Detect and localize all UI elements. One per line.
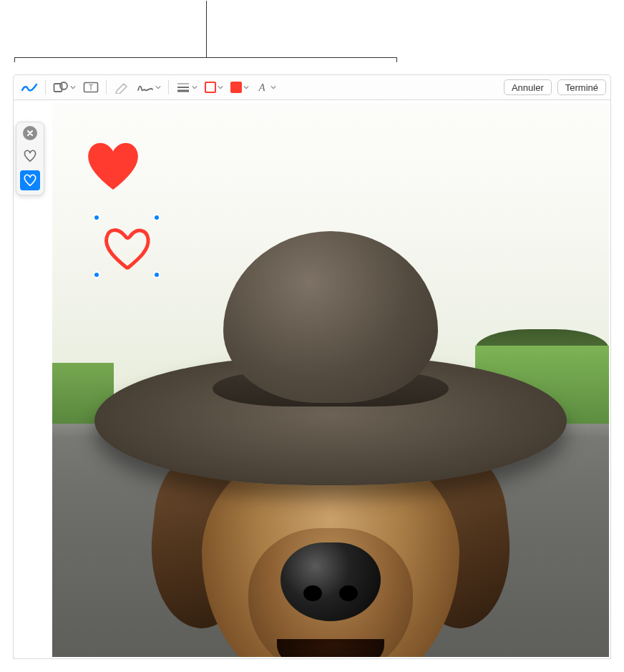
palette-option-heart-outline[interactable]	[20, 146, 40, 166]
callout-bracket	[14, 57, 397, 73]
signature-tool-button[interactable]	[134, 78, 164, 97]
border-color-button[interactable]	[202, 78, 226, 97]
canvas-frame	[13, 100, 611, 659]
sketch-suggestion-palette	[16, 122, 44, 195]
heart-shape-annotation[interactable]	[81, 137, 145, 195]
markup-toolbar: T A Annuler Termi	[13, 74, 611, 100]
svg-text:T: T	[89, 84, 93, 92]
toolbar-separator	[168, 80, 169, 94]
image-canvas[interactable]	[52, 102, 609, 657]
done-button[interactable]: Terminé	[557, 79, 606, 95]
line-style-button[interactable]	[173, 78, 200, 97]
highlight-tool-button[interactable]	[111, 78, 132, 97]
border-color-swatch	[205, 82, 216, 93]
sketch-tool-button[interactable]	[18, 78, 41, 97]
palette-option-heart-filled[interactable]	[20, 170, 40, 190]
shapes-tool-button[interactable]	[50, 78, 79, 97]
callout-stem	[206, 1, 207, 58]
toolbar-separator	[106, 80, 107, 94]
text-tool-button[interactable]: T	[80, 78, 102, 97]
cancel-button[interactable]: Annuler	[504, 79, 552, 95]
toolbar-separator	[45, 80, 46, 94]
fill-color-swatch	[230, 82, 242, 93]
sketch-heart-annotation[interactable]	[97, 218, 157, 275]
svg-text:A: A	[258, 82, 265, 93]
svg-point-1	[60, 82, 67, 89]
text-style-button[interactable]: A	[253, 78, 279, 97]
dog-subject	[102, 228, 560, 657]
palette-close-button[interactable]	[23, 126, 37, 140]
fill-color-button[interactable]	[228, 78, 252, 97]
